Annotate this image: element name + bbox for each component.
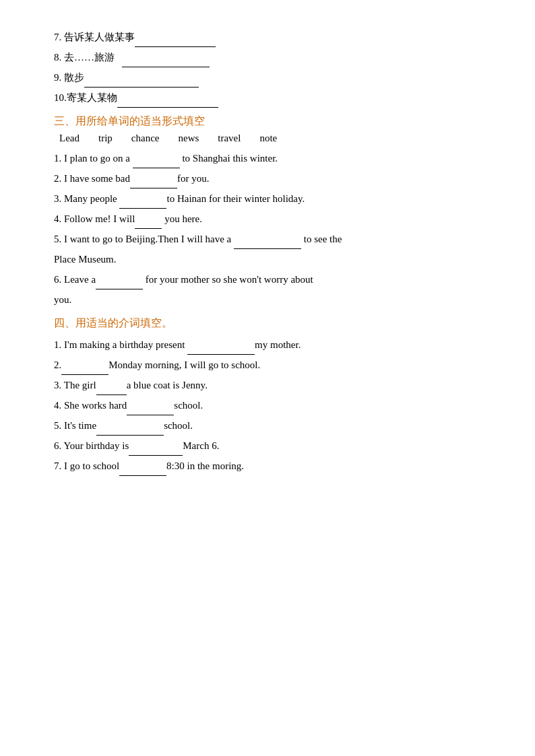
part3-item-1: 1. I plan to go on a to Shanghai this wi… bbox=[54, 148, 481, 168]
blank-4-3[interactable] bbox=[96, 383, 127, 395]
item-after: for your mother so she won't worry about bbox=[143, 274, 313, 285]
part2-item-7: 7. 告诉某人做某事 bbox=[54, 27, 481, 47]
word-chance: chance bbox=[131, 133, 160, 144]
item-text-cont: you. bbox=[54, 294, 71, 305]
item-after: Monday morning, I will go to school. bbox=[108, 359, 260, 370]
item-num: 7. bbox=[54, 32, 64, 42]
blank-4-4[interactable] bbox=[127, 403, 174, 415]
item-num: 6. Your birthday is bbox=[54, 440, 129, 451]
part2-item-8: 8. 去……旅游 bbox=[54, 47, 481, 67]
part4-item-3: 3. The girla blue coat is Jenny. bbox=[54, 375, 481, 395]
part4-title: 四、用适当的介词填空。 bbox=[54, 316, 481, 331]
part3-title: 三、用所给单词的适当形式填空 bbox=[54, 114, 481, 129]
item-after: a blue coat is Jenny. bbox=[127, 380, 208, 390]
blank-9[interactable] bbox=[84, 75, 199, 88]
blank-3-6[interactable] bbox=[96, 277, 143, 289]
item-text: 告诉某人做某事 bbox=[64, 32, 135, 42]
item-text: 去……旅游 bbox=[64, 52, 115, 63]
part4-section: 四、用适当的介词填空。 1. I'm making a birthday pre… bbox=[54, 316, 481, 476]
blank-4-5[interactable] bbox=[96, 423, 164, 436]
part4-item-4: 4. She works hardschool. bbox=[54, 395, 481, 415]
item-num: 2. bbox=[54, 359, 61, 370]
word-list: Lead trip chance news travel note bbox=[59, 133, 481, 144]
blank-8[interactable] bbox=[122, 55, 210, 67]
part4-item-7: 7. I go to school8:30 in the moring. bbox=[54, 456, 481, 476]
item-num: 3. Many people bbox=[54, 193, 119, 204]
blank-3-1[interactable] bbox=[133, 156, 180, 168]
blank-10[interactable] bbox=[117, 96, 218, 108]
item-num: 3. The girl bbox=[54, 380, 96, 390]
item-text-cont: Place Museum. bbox=[54, 254, 116, 265]
part3-item-3: 3. Many people to Hainan for their winte… bbox=[54, 188, 481, 209]
part2-section: 7. 告诉某人做某事 8. 去……旅游 9. 散步 10.寄某人某物 bbox=[54, 27, 481, 108]
part3-item-5-cont: Place Museum. bbox=[54, 249, 481, 269]
blank-4-7[interactable] bbox=[119, 464, 166, 476]
part4-item-1: 1. I'm making a birthday present my moth… bbox=[54, 335, 481, 355]
part3-section: 三、用所给单词的适当形式填空 Lead trip chance news tra… bbox=[54, 114, 481, 310]
item-num: 4. Follow me! I will bbox=[54, 213, 135, 224]
item-text: 寄某人某物 bbox=[67, 92, 117, 103]
part4-item-5: 5. It's timeschool. bbox=[54, 415, 481, 436]
item-num: 8. bbox=[54, 52, 64, 63]
blank-7[interactable] bbox=[135, 35, 216, 47]
part3-item-4: 4. Follow me! I will you here. bbox=[54, 209, 481, 229]
blank-4-2[interactable] bbox=[61, 363, 108, 375]
item-num: 1. I'm making a birthday present bbox=[54, 339, 187, 350]
blank-4-1[interactable] bbox=[187, 343, 255, 355]
part2-item-10: 10.寄某人某物 bbox=[54, 88, 481, 108]
item-after: school. bbox=[174, 400, 203, 411]
item-num: 5. It's time bbox=[54, 420, 96, 431]
word-news: news bbox=[178, 133, 199, 144]
item-after: for you. bbox=[177, 173, 210, 184]
item-after: to Shanghai this winter. bbox=[180, 153, 278, 164]
item-after: to see the bbox=[301, 234, 342, 244]
item-after: to Hainan for their winter holiday. bbox=[166, 193, 305, 204]
part4-item-2: 2.Monday morning, I will go to school. bbox=[54, 355, 481, 375]
part3-item-6: 6. Leave a for your mother so she won't … bbox=[54, 269, 481, 289]
item-num: 2. I have some bad bbox=[54, 173, 130, 184]
item-text: 散步 bbox=[64, 72, 84, 83]
item-num: 10. bbox=[54, 92, 67, 103]
blank-4-6[interactable] bbox=[129, 444, 183, 456]
blank-3-3[interactable] bbox=[119, 197, 166, 209]
word-lead: Lead bbox=[59, 133, 80, 144]
item-after: you here. bbox=[162, 213, 202, 224]
item-num: 1. I plan to go on a bbox=[54, 153, 133, 164]
blank-3-2[interactable] bbox=[130, 176, 177, 188]
item-after: 8:30 in the moring. bbox=[166, 460, 244, 471]
part3-item-5: 5. I want to go to Beijing.Then I will h… bbox=[54, 229, 481, 249]
word-note: note bbox=[259, 133, 277, 144]
part3-item-2: 2. I have some badfor you. bbox=[54, 168, 481, 188]
blank-3-4[interactable] bbox=[135, 217, 162, 229]
item-num: 9. bbox=[54, 72, 64, 83]
part2-item-9: 9. 散步 bbox=[54, 67, 481, 88]
part3-item-6-cont: you. bbox=[54, 289, 481, 310]
item-num: 4. She works hard bbox=[54, 400, 127, 411]
word-trip: trip bbox=[98, 133, 113, 144]
word-travel: travel bbox=[218, 133, 241, 144]
item-num: 6. Leave a bbox=[54, 274, 96, 285]
item-after: my mother. bbox=[255, 339, 301, 350]
item-num: 7. I go to school bbox=[54, 460, 119, 471]
part4-item-6: 6. Your birthday isMarch 6. bbox=[54, 436, 481, 456]
blank-3-5[interactable] bbox=[234, 237, 301, 249]
item-num: 5. I want to go to Beijing.Then I will h… bbox=[54, 234, 234, 244]
item-after: March 6. bbox=[183, 440, 219, 451]
item-after: school. bbox=[164, 420, 193, 431]
